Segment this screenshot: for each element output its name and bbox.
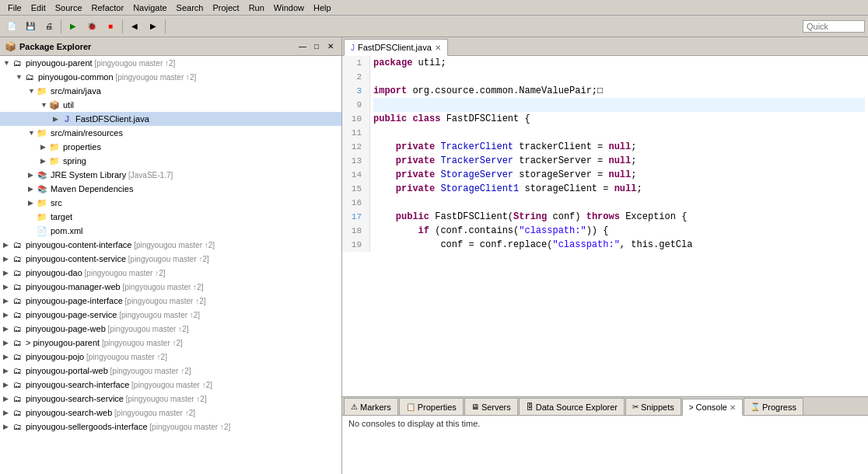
tree-item-FastDFSClient[interactable]: ▶JFastDFSClient.java — [0, 112, 341, 126]
tree-arrow-FastDFSClient[interactable]: ▶ — [53, 115, 61, 123]
tree-arrow-maven-dep[interactable]: ▶ — [28, 185, 36, 193]
toolbar-debug-btn[interactable]: 🐞 — [83, 18, 100, 35]
bottom-tab-label: Progress — [762, 403, 796, 412]
tree-icon-pinyougou-search-service: 🗂 — [11, 392, 23, 405]
tree-arrow-pinyougou-common[interactable]: ▼ — [16, 73, 23, 81]
bottom-tab-progress[interactable]: ⌛Progress — [744, 398, 803, 415]
code-area[interactable]: package util; import org.csource.common.… — [370, 56, 868, 252]
tree-item-maven-dep[interactable]: ▶📚Maven Dependencies — [0, 182, 341, 196]
line-num-16: 16 — [345, 196, 365, 210]
bottom-tab-label: Markers — [360, 403, 391, 412]
tree-arrow-pinyougou-content-service[interactable]: ▶ — [3, 255, 11, 263]
menu-source[interactable]: Source — [51, 3, 87, 12]
menu-window[interactable]: Window — [269, 3, 309, 12]
tree-arrow-pinyougou-sellergoods-interface[interactable]: ▶ — [3, 423, 11, 430]
bottom-tab-servers[interactable]: 🖥Servers — [464, 398, 518, 415]
toolbar-save-btn[interactable]: 💾 — [22, 18, 39, 35]
toolbar-print-btn[interactable]: 🖨 — [40, 18, 58, 35]
line-num-2: 2 — [345, 70, 365, 84]
tree-item-pinyougou-search-interface[interactable]: ▶🗂pinyougou-search-interface [pingyougou… — [0, 378, 341, 392]
code-token: trackerServer = — [519, 155, 608, 166]
code-token: (conf.contains( — [435, 225, 519, 236]
tree-icon-pinyougou-dao: 🗂 — [11, 267, 23, 279]
minimize-btn[interactable]: — — [296, 40, 309, 53]
tree-item-src-main-java[interactable]: ▼📁src/main/java — [0, 84, 341, 98]
tree-item-pinyougou-search-service[interactable]: ▶🗂pinyougou-search-service [pingyougou m… — [0, 392, 341, 406]
tree-item-pinyougou-page-service[interactable]: ▶🗂pinyougou-page-service [pingyougou mas… — [0, 308, 341, 322]
tree-item-util-pkg[interactable]: ▼📦util — [0, 98, 341, 112]
menu-edit[interactable]: Edit — [26, 3, 51, 12]
close-btn[interactable]: ✕ — [324, 40, 337, 53]
tree-item-jre[interactable]: ▶📚JRE System Library [JavaSE-1.7] — [0, 168, 341, 182]
tree-arrow-src-main-resources[interactable]: ▼ — [28, 129, 36, 137]
tree-arrow-jre[interactable]: ▶ — [28, 171, 36, 179]
tree-item-spring[interactable]: ▶📁spring — [0, 154, 341, 168]
tree-arrow-pinyougou-page-interface[interactable]: ▶ — [3, 297, 11, 305]
tree-item-pinyougou-parent2[interactable]: ▶🗂> pinyougou-parent [pingyougou master … — [0, 336, 341, 350]
tree-item-pinyougou-page-web[interactable]: ▶🗂pinyougou-page-web [pingyougou master … — [0, 322, 341, 336]
tree-arrow-pinyougou-search-service[interactable]: ▶ — [3, 395, 11, 403]
menu-refactor[interactable]: Refactor — [87, 3, 129, 12]
menu-run[interactable]: Run — [244, 3, 269, 12]
tree-item-pinyougou-content-service[interactable]: ▶🗂pinyougou-content-service [pingyougou … — [0, 252, 341, 266]
tree-arrow-spring[interactable]: ▶ — [40, 157, 48, 165]
bottom-tab-snippets[interactable]: ✂Snippets — [625, 398, 681, 415]
tree-arrow-src-main-java[interactable]: ▼ — [28, 87, 36, 95]
editor-tab-fastdfsclient[interactable]: J FastDFSClient.java ✕ — [344, 39, 448, 56]
tree-item-src[interactable]: ▶📁src — [0, 196, 341, 210]
menu-file[interactable]: File — [3, 3, 26, 12]
tree-item-pinyougou-pojo[interactable]: ▶🗂pinyougou-pojo [pingyougou master ↑2] — [0, 350, 341, 364]
toolbar-stop-btn[interactable]: ■ — [102, 18, 119, 35]
tree-item-pinyougou-portal-web[interactable]: ▶🗂pinyougou-portal-web [pingyougou maste… — [0, 364, 341, 378]
tree-arrow-pinyougou-page-web[interactable]: ▶ — [3, 325, 11, 333]
bottom-tab-markers[interactable]: ⚠Markers — [344, 398, 398, 415]
code-line-2 — [373, 70, 865, 84]
bottom-tab-close[interactable]: ✕ — [730, 403, 736, 412]
tree-item-pom-xml[interactable]: 📄pom.xml — [0, 224, 341, 238]
tree-item-pinyougou-parent[interactable]: ▼🗂pinyougou-parent [pingyougou master ↑2… — [0, 56, 341, 70]
tree-item-pinyougou-content-interface[interactable]: ▶🗂pinyougou-content-interface [pingyougo… — [0, 238, 341, 252]
tree-arrow-pinyougou-content-interface[interactable]: ▶ — [3, 241, 11, 249]
line-num-19: 19 — [345, 238, 365, 252]
tree-arrow-util-pkg[interactable]: ▼ — [40, 101, 48, 109]
tree-arrow-src[interactable]: ▶ — [28, 199, 36, 207]
toolbar-run-btn[interactable]: ▶ — [65, 18, 82, 35]
tree-item-pinyougou-page-interface[interactable]: ▶🗂pinyougou-page-interface [pingyougou m… — [0, 294, 341, 308]
tree-item-pinyougou-common[interactable]: ▼🗂pinyougou-common [pingyougou master ↑2… — [0, 70, 341, 84]
menu-navigate[interactable]: Navigate — [128, 3, 171, 12]
tree-arrow-pinyougou-parent2[interactable]: ▶ — [3, 339, 11, 347]
tree-item-properties[interactable]: ▶📁properties — [0, 140, 341, 154]
maximize-btn[interactable]: □ — [310, 40, 323, 53]
menu-search[interactable]: Search — [172, 3, 208, 12]
tree-item-pinyougou-search-web[interactable]: ▶🗂pinyougou-search-web [pingyougou maste… — [0, 406, 341, 420]
menu-help[interactable]: Help — [309, 3, 336, 12]
bottom-tab-properties[interactable]: 📋Properties — [399, 398, 464, 415]
tree-item-pinyougou-manager-web[interactable]: ▶🗂pinyougou-manager-web [pingyougou mast… — [0, 280, 341, 294]
toolbar-search-input[interactable] — [803, 20, 865, 33]
tree-item-pinyougou-dao[interactable]: ▶🗂pinyougou-dao [pingyougou master ↑2] — [0, 266, 341, 280]
editor-content[interactable]: 123910111213141516171819package util; im… — [342, 56, 868, 396]
tree-arrow-pinyougou-pojo[interactable]: ▶ — [3, 353, 11, 361]
tree-arrow-pinyougou-search-interface[interactable]: ▶ — [3, 381, 11, 389]
tree-icon-pinyougou-sellergoods-interface: 🗂 — [11, 420, 23, 433]
bottom-tab-data-source-explorer[interactable]: 🗄Data Source Explorer — [519, 398, 625, 415]
tree-arrow-properties[interactable]: ▶ — [40, 143, 48, 151]
tree-item-pinyougou-sellergoods-interface[interactable]: ▶🗂pinyougou-sellergoods-interface [pingy… — [0, 420, 341, 434]
tree-arrow-pinyougou-search-web[interactable]: ▶ — [3, 409, 11, 416]
tree-arrow-pinyougou-parent[interactable]: ▼ — [3, 59, 11, 67]
menu-project[interactable]: Project — [208, 3, 243, 12]
editor-tab-close[interactable]: ✕ — [435, 44, 441, 52]
toolbar-new-btn[interactable]: 📄 — [3, 18, 20, 35]
package-explorer-tree[interactable]: ▼🗂pinyougou-parent [pingyougou master ↑2… — [0, 56, 341, 474]
tree-arrow-pinyougou-manager-web[interactable]: ▶ — [3, 283, 11, 291]
tree-item-target[interactable]: 📁target — [0, 210, 341, 224]
tree-arrow-pinyougou-dao[interactable]: ▶ — [3, 269, 11, 277]
tree-item-src-main-resources[interactable]: ▼📁src/main/resources — [0, 126, 341, 140]
toolbar-back-btn[interactable]: ◀ — [126, 18, 143, 35]
bottom-tab-console[interactable]: >Console✕ — [682, 399, 743, 416]
toolbar-fwd-btn[interactable]: ▶ — [145, 18, 162, 35]
tree-arrow-pinyougou-portal-web[interactable]: ▶ — [3, 367, 11, 375]
panel-header-actions: — □ ✕ — [296, 40, 337, 53]
tree-arrow-pinyougou-page-service[interactable]: ▶ — [3, 311, 11, 319]
menu-bar: File Edit Source Refactor Navigate Searc… — [0, 0, 868, 16]
